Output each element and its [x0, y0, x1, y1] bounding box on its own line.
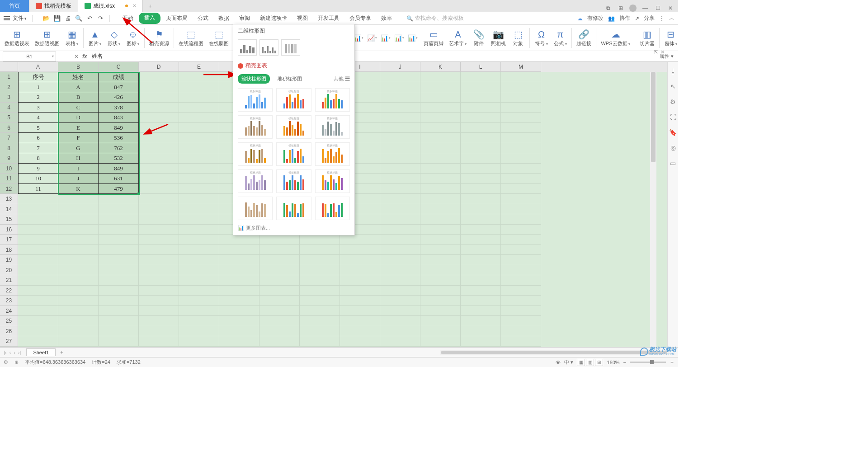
- row-header-17[interactable]: 17: [0, 235, 18, 245]
- cell[interactable]: [139, 153, 179, 164]
- cell[interactable]: [420, 72, 461, 82]
- cell[interactable]: 378: [99, 103, 139, 113]
- cell[interactable]: [139, 286, 179, 296]
- cell[interactable]: [259, 306, 300, 316]
- row-header-22[interactable]: 22: [0, 286, 18, 296]
- menu-tab-1[interactable]: 插入: [139, 13, 160, 24]
- cell[interactable]: [139, 235, 179, 245]
- chart-type-btn-6[interactable]: 📈▾: [366, 33, 378, 43]
- menu-tab-5[interactable]: 审阅: [235, 13, 255, 24]
- cell[interactable]: [461, 92, 501, 103]
- cell[interactable]: [18, 316, 58, 326]
- cell[interactable]: [380, 133, 420, 143]
- break-view-icon[interactable]: ⊞: [595, 359, 603, 366]
- file-menu[interactable]: 文件: [13, 14, 27, 22]
- row-header-23[interactable]: 23: [0, 296, 18, 306]
- row-header-14[interactable]: 14: [0, 204, 18, 215]
- cell[interactable]: [139, 92, 179, 103]
- row-header-24[interactable]: 24: [0, 306, 18, 316]
- zoom-in-icon[interactable]: ＋: [670, 359, 675, 366]
- ribbon-窗体[interactable]: ⊟窗体: [661, 26, 678, 50]
- row-header-15[interactable]: 15: [0, 214, 18, 225]
- cell[interactable]: [139, 113, 179, 123]
- last-sheet-icon[interactable]: ›|: [17, 350, 22, 355]
- cell[interactable]: [501, 164, 541, 174]
- row-header-6[interactable]: 6: [0, 123, 18, 133]
- row-header-26[interactable]: 26: [0, 326, 18, 337]
- cell[interactable]: [501, 316, 541, 326]
- cell[interactable]: E: [58, 123, 99, 133]
- add-sheet-button[interactable]: ＋: [56, 349, 68, 356]
- zoom-slider[interactable]: [630, 362, 666, 363]
- cell[interactable]: [380, 92, 420, 103]
- row-header-8[interactable]: 8: [0, 143, 18, 154]
- cell[interactable]: [461, 72, 501, 82]
- row-header-16[interactable]: 16: [0, 225, 18, 235]
- cell[interactable]: 4: [18, 113, 58, 123]
- cell[interactable]: [420, 143, 461, 154]
- maximize-icon[interactable]: ☐: [654, 5, 662, 11]
- menu-tab-4[interactable]: 数据: [214, 13, 234, 24]
- cell[interactable]: [461, 153, 501, 164]
- cell[interactable]: [380, 255, 420, 265]
- cell[interactable]: [461, 296, 501, 306]
- cell[interactable]: [380, 174, 420, 184]
- percent-stacked-preview[interactable]: [281, 39, 300, 56]
- cell[interactable]: I: [58, 164, 99, 174]
- print-icon[interactable]: 🖨: [64, 15, 71, 22]
- cell[interactable]: 2: [18, 92, 58, 103]
- cell[interactable]: A: [58, 82, 99, 93]
- chart-template-3[interactable]: 模板标题: [238, 115, 273, 139]
- menu-tab-6[interactable]: 新建选项卡: [255, 13, 292, 24]
- chart-template-8[interactable]: 模板标题: [315, 142, 350, 166]
- cell[interactable]: [420, 174, 461, 184]
- cell[interactable]: [380, 286, 420, 296]
- cell[interactable]: [99, 286, 139, 296]
- cell[interactable]: [139, 245, 179, 255]
- subtab-stacked[interactable]: 堆积柱形图: [274, 74, 306, 84]
- menu-tab-8[interactable]: 开发工具: [313, 13, 344, 24]
- cell[interactable]: [501, 286, 541, 296]
- cell[interactable]: [139, 103, 179, 113]
- row-header-13[interactable]: 13: [0, 194, 18, 204]
- cell[interactable]: 843: [99, 113, 139, 123]
- cell[interactable]: [58, 265, 99, 276]
- menu-tab-2[interactable]: 页面布局: [161, 13, 192, 24]
- menu-tab-7[interactable]: 视图: [292, 13, 312, 24]
- cell[interactable]: [99, 204, 139, 215]
- cell[interactable]: [300, 336, 340, 347]
- cell[interactable]: [420, 92, 461, 103]
- cell[interactable]: [420, 255, 461, 265]
- cell[interactable]: [501, 306, 541, 316]
- preview-icon[interactable]: 🔍: [75, 15, 82, 22]
- cell[interactable]: 姓名: [58, 72, 99, 82]
- cell[interactable]: [179, 296, 219, 306]
- cell[interactable]: [420, 133, 461, 143]
- zoom-out-icon[interactable]: −: [623, 360, 626, 365]
- more-icon[interactable]: ⋮: [659, 15, 665, 22]
- cell[interactable]: [501, 92, 541, 103]
- cell[interactable]: [380, 204, 420, 215]
- menu-tab-10[interactable]: 效率: [377, 13, 396, 24]
- normal-view-icon[interactable]: ▦: [577, 359, 585, 366]
- chart-template-7[interactable]: 模板标题: [276, 142, 311, 166]
- cell[interactable]: 1: [18, 82, 58, 93]
- cell[interactable]: [259, 286, 300, 296]
- cell[interactable]: [380, 326, 420, 337]
- select-all-corner[interactable]: [0, 62, 18, 72]
- cell[interactable]: 762: [99, 143, 139, 154]
- col-header-C[interactable]: C: [99, 62, 139, 72]
- layout-icon[interactable]: ⧉: [604, 5, 612, 11]
- cell[interactable]: [380, 164, 420, 174]
- cell[interactable]: [340, 255, 380, 265]
- cell[interactable]: [380, 275, 420, 286]
- cell[interactable]: [420, 184, 461, 194]
- cell[interactable]: [461, 245, 501, 255]
- cell[interactable]: [179, 214, 219, 225]
- cell[interactable]: [219, 245, 259, 255]
- ribbon-超链接[interactable]: 🔗超链接: [574, 26, 594, 50]
- cell[interactable]: [380, 245, 420, 255]
- cell[interactable]: [259, 316, 300, 326]
- cell[interactable]: [58, 245, 99, 255]
- cell[interactable]: [420, 316, 461, 326]
